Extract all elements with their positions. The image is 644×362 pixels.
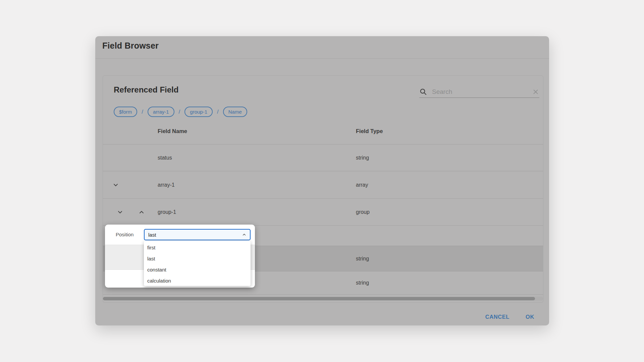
column-header-field-type: Field Type bbox=[356, 118, 383, 144]
search-input[interactable] bbox=[432, 88, 532, 96]
position-select-value: last bbox=[148, 232, 156, 238]
scrollbar-thumb[interactable] bbox=[103, 297, 535, 300]
field-type-cell: string bbox=[356, 256, 369, 262]
breadcrumb: $form/array-1/group-1/Name bbox=[114, 107, 247, 117]
chevron-up-icon bbox=[242, 232, 247, 237]
field-name-cell: status bbox=[158, 155, 172, 161]
field-name-cell: array-1 bbox=[158, 182, 175, 188]
breadcrumb-separator: / bbox=[179, 109, 180, 115]
ok-button[interactable]: OK bbox=[526, 314, 534, 320]
breadcrumb-chip-array-1[interactable]: array-1 bbox=[148, 107, 174, 117]
breadcrumb-chip-Name[interactable]: Name bbox=[223, 107, 247, 117]
breadcrumb-separator: / bbox=[217, 109, 219, 115]
field-type-cell: array bbox=[356, 182, 368, 188]
clear-search-icon[interactable] bbox=[532, 88, 539, 96]
field-type-cell: string bbox=[356, 280, 369, 286]
breadcrumb-chip-group-1[interactable]: group-1 bbox=[184, 107, 213, 117]
breadcrumb-chip-form[interactable]: $form bbox=[114, 107, 137, 117]
position-label: Position bbox=[116, 225, 133, 245]
horizontal-scrollbar[interactable] bbox=[103, 297, 543, 301]
breadcrumb-separator: / bbox=[142, 109, 143, 115]
chevron-down-icon[interactable] bbox=[112, 182, 119, 188]
table-header-row: Field Name Field Type bbox=[103, 118, 543, 144]
cancel-button[interactable]: CANCEL bbox=[485, 314, 509, 320]
chevron-up-icon[interactable] bbox=[138, 209, 145, 216]
search-icon bbox=[419, 88, 427, 96]
column-header-field-name: Field Name bbox=[158, 118, 187, 144]
position-editor-popover: Position last firstlastconstantcalculati… bbox=[105, 225, 255, 288]
menu-option-first[interactable]: first bbox=[144, 242, 251, 253]
table-row[interactable]: statusstring bbox=[103, 144, 543, 171]
field-type-cell: group bbox=[356, 209, 370, 215]
field-type-cell: string bbox=[356, 155, 369, 161]
position-options-menu: firstlastconstantcalculation bbox=[144, 241, 251, 286]
dialog-title: Field Browser bbox=[102, 41, 159, 51]
menu-option-last[interactable]: last bbox=[144, 253, 251, 264]
menu-option-calculation[interactable]: calculation bbox=[144, 275, 251, 286]
field-name-cell: group-1 bbox=[158, 209, 176, 215]
menu-option-constant[interactable]: constant bbox=[144, 264, 251, 275]
dialog-actions: CANCEL OK bbox=[485, 309, 534, 324]
field-browser-dialog: Field Browser Referenced Field $form/arr… bbox=[95, 36, 549, 325]
search-box bbox=[419, 86, 539, 98]
table-row[interactable]: array-1array bbox=[103, 171, 543, 199]
position-select[interactable]: last bbox=[144, 229, 251, 240]
chevron-down-icon[interactable] bbox=[117, 209, 123, 216]
title-divider bbox=[95, 58, 549, 59]
section-title: Referenced Field bbox=[114, 85, 178, 95]
table-row[interactable]: group-1group bbox=[103, 199, 543, 226]
